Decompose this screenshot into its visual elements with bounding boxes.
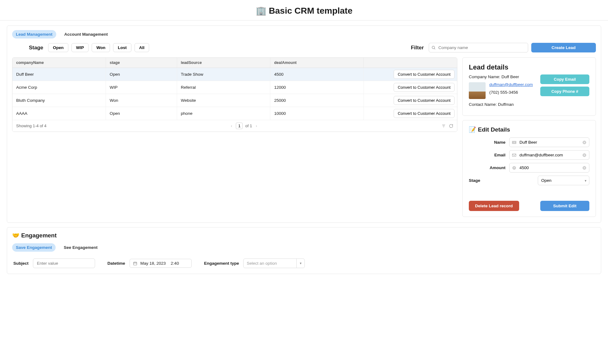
create-lead-button[interactable]: Create Lead [531, 43, 596, 52]
clear-icon[interactable] [582, 166, 587, 170]
lead-phone-text: (702) 555-3456 [489, 90, 533, 95]
cell-stage: WIP [106, 81, 177, 94]
table-showing: Showing 1-4 of 4 [16, 124, 47, 128]
calendar-icon [133, 261, 137, 266]
convert-button[interactable]: Convert to Customer Account [394, 109, 455, 118]
contact-name-text: Contact Name: Duffman [469, 102, 536, 107]
convert-button[interactable]: Convert to Customer Account [394, 83, 455, 92]
page-next-icon[interactable]: › [254, 124, 258, 128]
lead-email-link[interactable]: duffman@duffbeer.com [489, 82, 533, 87]
cell-stage: Open [106, 68, 177, 81]
cell-dealAmount: 12000 [270, 81, 364, 94]
cell-leadSource: phone [177, 107, 270, 120]
lead-details-title: Lead details [469, 63, 589, 71]
number-icon: # [512, 166, 516, 170]
subject-label: Subject [13, 261, 29, 266]
engagement-type-label: Engagement type [204, 261, 239, 266]
convert-button[interactable]: Convert to Customer Account [394, 96, 455, 105]
cell-companyName: Bluth Company [12, 94, 106, 107]
avatar [469, 82, 486, 99]
name-input[interactable] [509, 137, 589, 147]
table-row[interactable]: Duff BeerOpenTrade Show4500Convert to Cu… [12, 68, 457, 81]
svg-line-1 [434, 48, 435, 49]
tab-lead-management[interactable]: Lead Management [12, 30, 56, 38]
leads-table: companyName stage leadSource dealAmount … [12, 57, 457, 132]
amount-input[interactable] [509, 163, 589, 173]
email-input[interactable] [509, 150, 589, 160]
stage-label: Stage [29, 45, 43, 51]
page-of-label: of 1 [245, 124, 252, 128]
name-label: Name [469, 140, 509, 145]
main-tabs: Lead Management Account Management [12, 30, 596, 38]
cell-dealAmount: 25000 [270, 94, 364, 107]
cell-dealAmount: 10000 [270, 107, 364, 120]
datetime-label: Datetime [107, 261, 125, 266]
filter-label: Filter [411, 45, 424, 51]
cell-leadSource: Trade Show [177, 68, 270, 81]
edit-details-title: 📝 Edit Details [469, 126, 589, 133]
tab-save-engagement[interactable]: Save Engagement [12, 243, 56, 252]
col-stage[interactable]: stage [106, 58, 177, 68]
stage-all-button[interactable]: All [135, 43, 149, 52]
refresh-icon[interactable] [449, 124, 453, 128]
cell-leadSource: Website [177, 94, 270, 107]
datetime-date: May 18, 2023 [140, 261, 166, 266]
delete-lead-button[interactable]: Delete Lead record [469, 201, 519, 211]
stage-lost-button[interactable]: Lost [113, 43, 131, 52]
engagement-type-placeholder: Select an option [244, 259, 296, 268]
svg-point-0 [432, 46, 435, 48]
cell-dealAmount: 4500 [270, 68, 364, 81]
col-company[interactable]: companyName [12, 58, 106, 68]
cell-stage: Won [106, 94, 177, 107]
stage-wip-button[interactable]: WIP [71, 43, 89, 52]
stage-open-button[interactable]: Open [48, 43, 68, 52]
engagement-title: 🤝 Engagement [12, 232, 596, 239]
email-label: Email [469, 153, 509, 157]
cell-leadSource: Referral [177, 81, 270, 94]
convert-button[interactable]: Convert to Customer Account [394, 70, 455, 79]
cell-companyName: AAAA [12, 107, 106, 120]
submit-edit-button[interactable]: Submit Edit [540, 201, 589, 211]
copy-email-button[interactable]: Copy Email [540, 74, 589, 84]
svg-rect-8 [512, 154, 516, 156]
datetime-picker[interactable]: May 18, 2023 2:40 [130, 259, 192, 268]
tab-see-engagement[interactable]: See Engagement [60, 243, 101, 252]
table-row[interactable]: Acme CorpWIPReferral12000Convert to Cust… [12, 81, 457, 94]
clear-icon[interactable] [582, 140, 587, 145]
page-prev-icon[interactable]: ‹ [230, 124, 233, 128]
filter-icon[interactable] [441, 124, 446, 128]
search-icon [432, 46, 436, 50]
svg-rect-13 [134, 262, 137, 265]
text-icon: A [512, 141, 516, 144]
stage-won-button[interactable]: Won [92, 43, 110, 52]
subject-input[interactable] [33, 258, 95, 268]
tab-account-management[interactable]: Account Management [61, 30, 112, 38]
svg-text:#: # [514, 167, 515, 169]
col-source[interactable]: leadSource [177, 58, 270, 68]
page-number-input[interactable] [236, 123, 243, 129]
engagement-type-select[interactable]: Select an option ▾ [243, 258, 305, 268]
company-name-text: Company Name: Duff Beer [469, 74, 536, 79]
mail-icon [512, 153, 516, 157]
stage-field-label: Stage [469, 178, 538, 183]
copy-phone-button[interactable]: Copy Phone # [540, 87, 589, 96]
table-row[interactable]: AAAAOpenphone10000Convert to Customer Ac… [12, 107, 457, 120]
clear-icon[interactable] [582, 153, 587, 157]
filter-input[interactable] [429, 43, 528, 52]
amount-label: Amount [469, 165, 509, 170]
page-title: 🏢 Basic CRM template [0, 0, 608, 20]
cell-stage: Open [106, 107, 177, 120]
chevron-down-icon: ▾ [296, 259, 304, 268]
datetime-time: 2:40 [171, 261, 179, 266]
table-row[interactable]: Bluth CompanyWonWebsite25000Convert to C… [12, 94, 457, 107]
stage-select[interactable]: Open [538, 176, 589, 185]
cell-companyName: Acme Corp [12, 81, 106, 94]
col-amount[interactable]: dealAmount [270, 58, 364, 68]
cell-companyName: Duff Beer [12, 68, 106, 81]
